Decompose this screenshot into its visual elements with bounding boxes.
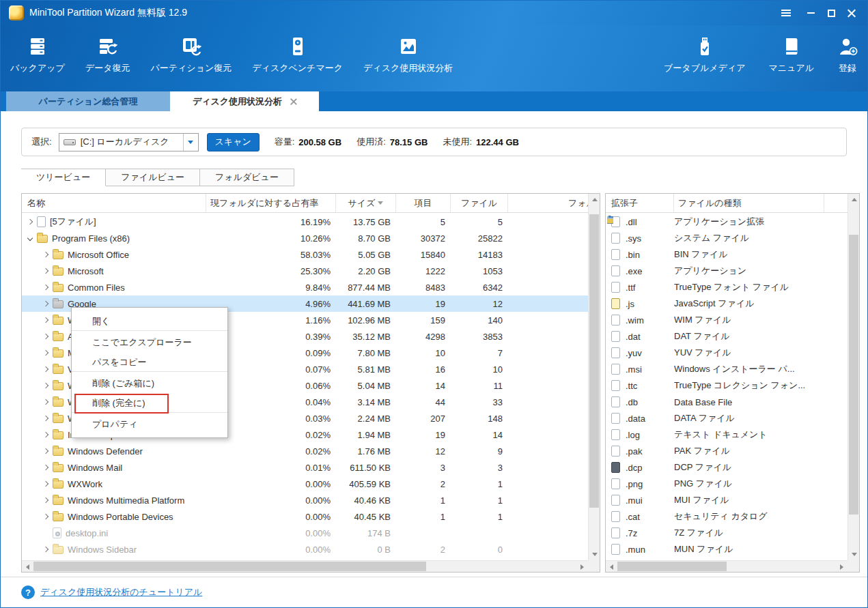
scroll-down-arrow[interactable] xyxy=(848,549,860,560)
chevron-icon[interactable] xyxy=(40,495,51,506)
list-item[interactable]: .dcp DCP ファイル xyxy=(606,459,848,476)
toolbar-item-space-analyzer[interactable]: ディスク使用状況分析 xyxy=(363,35,453,74)
table-row[interactable]: WXWork 0.00% 405.59 KB 2 1 xyxy=(22,476,588,492)
table-row[interactable]: Microsoft Office 58.03% 5.05 GB 15840 14… xyxy=(22,246,588,263)
chevron-icon[interactable] xyxy=(40,446,51,457)
list-item[interactable]: .ttc TrueType コレクション フォン... xyxy=(606,377,848,394)
list-item[interactable]: .png PNG ファイル xyxy=(606,476,848,492)
table-row[interactable]: Windows Sidebar 0.00% 0 B 2 0 xyxy=(22,541,588,558)
menu-item[interactable]: パスをコピー xyxy=(72,352,227,372)
chevron-icon[interactable] xyxy=(40,331,51,342)
scroll-left-arrow[interactable] xyxy=(22,561,33,573)
list-item[interactable]: .7z 7Z ファイル xyxy=(606,525,848,541)
scrollbar-thumb[interactable] xyxy=(589,214,599,508)
table-row[interactable]: Windows Defender 0.02% 1.76 MB 12 9 xyxy=(22,443,588,459)
toolbar-item-backup[interactable]: バックアップ xyxy=(10,35,65,74)
list-item[interactable]: .pak PAK ファイル xyxy=(606,443,848,459)
minimize-button[interactable] xyxy=(800,4,821,22)
tutorial-link[interactable]: ディスク使用状況分析のチュートリアル xyxy=(40,586,202,598)
menu-item[interactable]: 削除 (ごみ箱に) xyxy=(72,373,227,393)
list-item[interactable]: .mun MUN ファイル xyxy=(606,541,848,558)
table-row[interactable]: Microsoft 25.30% 2.20 GB 1222 1053 xyxy=(22,263,588,279)
chevron-icon[interactable] xyxy=(40,413,51,424)
table-row[interactable]: Windows Mail 0.01% 611.50 KB 3 3 xyxy=(22,459,588,476)
scan-button[interactable]: スキャン xyxy=(207,133,260,151)
table-row[interactable]: Windows Multimedia Platform 0.00% 40.46 … xyxy=(22,492,588,508)
column-header-filetype[interactable]: ファイルの種類 xyxy=(674,194,824,212)
scrollbar-thumb[interactable] xyxy=(33,562,426,571)
maximize-button[interactable] xyxy=(821,4,841,22)
list-item[interactable]: .sys システム ファイル xyxy=(606,230,848,246)
chevron-icon[interactable] xyxy=(25,233,36,244)
chevron-icon[interactable] xyxy=(25,216,36,227)
column-header-folders[interactable]: フォルダ xyxy=(508,194,600,212)
chevron-icon[interactable] xyxy=(40,380,51,391)
list-item[interactable]: .dll アプリケーション拡張 xyxy=(606,214,848,230)
column-header-extension[interactable]: 拡張子 xyxy=(606,194,674,212)
chevron-icon[interactable] xyxy=(40,478,51,489)
list-item[interactable]: .cat セキュリティ カタログ xyxy=(606,508,848,525)
view-tab[interactable]: ツリービュー xyxy=(21,169,106,186)
chevron-icon[interactable] xyxy=(40,429,51,440)
close-button[interactable] xyxy=(841,4,862,22)
scroll-down-arrow[interactable] xyxy=(589,549,600,560)
tab-partition-management[interactable]: パーティション総合管理 xyxy=(6,91,170,111)
extension-vertical-scrollbar[interactable] xyxy=(848,194,859,560)
chevron-icon[interactable] xyxy=(40,364,51,375)
chevron-icon[interactable] xyxy=(40,511,51,522)
chevron-icon[interactable] xyxy=(40,249,51,260)
toolbar-item-disk-benchmark[interactable]: ディスクベンチマーク xyxy=(252,35,343,74)
toolbar-item-bootable-media[interactable]: ブータブルメディア xyxy=(664,35,745,74)
toolbar-item-manual[interactable]: マニュアル xyxy=(768,35,814,74)
list-item[interactable]: .msi Windows インストーラー パ... xyxy=(606,361,848,377)
list-item[interactable]: .log テキスト ドキュメント xyxy=(606,426,848,443)
view-tab[interactable]: フォルダビュー xyxy=(200,169,294,186)
view-tab[interactable]: ファイルビュー xyxy=(106,169,200,186)
chevron-icon[interactable] xyxy=(40,527,51,538)
list-item[interactable]: .js JavaScript ファイル xyxy=(606,295,848,312)
chevron-icon[interactable] xyxy=(40,347,51,358)
list-item[interactable]: .bin BIN ファイル xyxy=(606,246,848,263)
list-item[interactable]: .ttf TrueType フォント ファイル xyxy=(606,279,848,295)
list-item[interactable]: .mui MUI ファイル xyxy=(606,492,848,508)
column-header-files[interactable]: ファイル xyxy=(451,194,508,212)
chevron-icon[interactable] xyxy=(40,544,51,555)
chevron-icon[interactable] xyxy=(40,396,51,407)
scroll-up-arrow[interactable] xyxy=(848,194,860,205)
chevron-icon[interactable] xyxy=(40,462,51,473)
toolbar-item-register[interactable]: 登録 xyxy=(837,35,858,74)
list-item[interactable]: .dat DAT ファイル xyxy=(606,328,848,345)
chevron-icon[interactable] xyxy=(40,282,51,293)
chevron-icon[interactable] xyxy=(40,265,51,276)
scrollbar-thumb[interactable] xyxy=(617,562,727,571)
toolbar-item-partition-recovery[interactable]: パーティション復元 xyxy=(150,35,232,74)
scroll-right-arrow[interactable] xyxy=(836,561,848,573)
scroll-left-arrow[interactable] xyxy=(606,561,617,573)
extension-horizontal-scrollbar[interactable] xyxy=(606,560,848,572)
table-row[interactable]: Windows Portable Devices 0.00% 40.45 KB … xyxy=(22,508,588,525)
tab-disk-usage-analyzer[interactable]: ディスク使用状況分析 xyxy=(170,91,319,111)
device-select[interactable]: [C:] ローカルディスク xyxy=(59,133,199,151)
table-row[interactable]: Program Files (x86) 10.26% 8.70 GB 30372… xyxy=(22,230,588,246)
list-item[interactable]: .yuv YUV ファイル xyxy=(606,345,848,361)
table-row[interactable]: Common Files 9.84% 877.44 MB 8483 6342 xyxy=(22,279,588,295)
toolbar-item-data-recovery[interactable]: データ復元 xyxy=(85,35,130,74)
chevron-icon[interactable] xyxy=(40,298,51,309)
menu-item[interactable]: ここでエクスプローラー xyxy=(72,332,227,352)
column-header-name[interactable]: 名称 xyxy=(22,194,206,212)
chevron-icon[interactable] xyxy=(40,315,51,325)
table-row[interactable]: [5ファイル] 16.19% 13.75 GB 5 5 xyxy=(22,214,588,230)
tree-vertical-scrollbar[interactable] xyxy=(588,194,600,560)
tree-horizontal-scrollbar[interactable] xyxy=(22,560,588,572)
list-item[interactable]: .db Data Base File xyxy=(606,394,848,410)
list-item[interactable]: .data DATA ファイル xyxy=(606,410,848,426)
menu-button[interactable] xyxy=(776,4,796,22)
scroll-right-arrow[interactable] xyxy=(576,561,588,573)
device-select-dropdown-button[interactable] xyxy=(183,134,198,151)
menu-item[interactable]: 開く xyxy=(72,311,227,331)
list-item[interactable]: .exe アプリケーション xyxy=(606,263,848,279)
column-header-size[interactable]: サイズ xyxy=(336,194,396,212)
column-header-ratio[interactable]: 現フォルダに対する占有率 xyxy=(206,194,336,212)
menu-item[interactable]: プロパティ xyxy=(72,414,227,434)
column-header-items[interactable]: 項目 xyxy=(396,194,451,212)
